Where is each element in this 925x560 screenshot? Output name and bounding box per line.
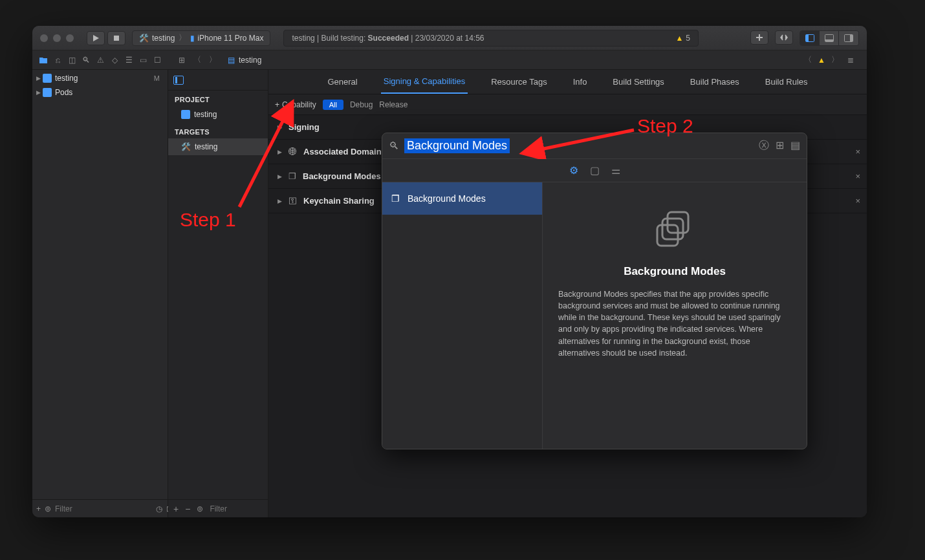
breakpoint-navigator-icon[interactable]: ▭: [137, 54, 149, 66]
issues-indicator[interactable]: ▲ 5: [675, 34, 690, 43]
editor-options-icon[interactable]: ≣: [845, 54, 856, 66]
back-button[interactable]: 〈: [191, 54, 203, 66]
navigator-item-pods[interactable]: ▶ Pods: [32, 85, 168, 100]
svg-rect-11: [662, 219, 683, 239]
library-add-button[interactable]: [750, 30, 768, 45]
scheme-selector[interactable]: 🛠️ testing 〉 ▮ iPhone 11 Pro Max: [132, 30, 270, 46]
jump-bar-file: testing: [239, 56, 261, 65]
tab-general[interactable]: General: [325, 70, 360, 93]
related-items-icon[interactable]: ⊞: [176, 54, 188, 66]
navigator-item-testing[interactable]: ▶ testing M: [32, 71, 168, 85]
config-all[interactable]: All: [323, 100, 343, 110]
gear-icon[interactable]: ⚙︎: [569, 164, 578, 177]
xcodeproj-icon: [43, 88, 52, 97]
toggle-left-panel[interactable]: [800, 31, 820, 45]
tab-info[interactable]: Info: [571, 70, 590, 93]
disclosure-triangle-icon[interactable]: ▶: [278, 149, 282, 155]
navigator-filter: + ⊚ ◷ ⊡: [32, 499, 168, 517]
capability-label: Signing: [288, 122, 320, 132]
rect-icon[interactable]: ▢: [590, 164, 600, 177]
filter-scope-icon[interactable]: ⊚: [45, 504, 51, 513]
filter-scope-icon[interactable]: ⊚: [197, 504, 203, 513]
capability-label: Keychain Sharing: [303, 196, 375, 206]
warning-icon: ▲: [818, 56, 825, 65]
globe-icon: 🌐︎: [288, 147, 297, 156]
tab-build-settings[interactable]: Build Settings: [610, 70, 667, 93]
test-navigator-icon[interactable]: ◇: [109, 54, 120, 66]
debug-navigator-icon[interactable]: ☰: [123, 54, 135, 66]
popover-category-bar: ⚙︎ ▢ ⚌: [382, 159, 807, 182]
stack-large-icon: [652, 207, 697, 252]
capability-library-popover: 🔍︎ Background Modes ⓧ ⊞ ▤ ⚙︎ ▢ ⚌ ❐ Backg…: [382, 133, 807, 449]
close-window[interactable]: [40, 34, 48, 42]
tab-signing-capabilities[interactable]: Signing & Capabilities: [381, 70, 468, 94]
stop-button[interactable]: [107, 31, 125, 45]
source-control-navigator-icon[interactable]: ⎌: [52, 54, 63, 66]
remove-capability-icon[interactable]: ×: [855, 171, 860, 181]
stack-icon: ❐: [391, 193, 400, 204]
plus-icon: +: [275, 100, 279, 109]
find-navigator-icon[interactable]: 🔍︎: [80, 54, 92, 66]
add-capability-button[interactable]: + Capability: [275, 100, 316, 109]
popover-result-background-modes[interactable]: ❐ Background Modes: [382, 182, 542, 215]
add-target-icon[interactable]: +: [173, 504, 179, 514]
disclosure-triangle-icon[interactable]: ▶: [278, 124, 282, 131]
key-icon: ⚿: [288, 196, 297, 206]
remove-capability-icon[interactable]: ×: [855, 147, 860, 156]
clock-icon[interactable]: ◷: [156, 504, 162, 513]
navigator-filter-input[interactable]: [55, 504, 152, 513]
next-issue-icon[interactable]: 〉: [829, 54, 841, 66]
capability-label: Background Modes: [303, 171, 381, 181]
disclosure-triangle-icon[interactable]: ▶: [278, 198, 282, 204]
targets-footer: + − ⊚: [168, 499, 268, 517]
project-file-icon: ▤: [228, 56, 235, 65]
toggle-bottom-panel[interactable]: [820, 31, 839, 45]
clear-search-icon[interactable]: ⓧ: [759, 139, 769, 153]
sliders-icon[interactable]: ⚌: [611, 164, 620, 177]
issue-navigator-icon[interactable]: ⚠︎: [94, 54, 106, 66]
popover-search-bar: 🔍︎ Background Modes ⓧ ⊞ ▤: [382, 133, 807, 159]
popover-search-input[interactable]: Background Modes: [404, 138, 510, 153]
project-navigator-icon[interactable]: [38, 54, 49, 66]
symbol-navigator-icon[interactable]: ◫: [66, 54, 78, 66]
svg-rect-7: [43, 74, 52, 83]
tab-build-rules[interactable]: Build Rules: [763, 70, 811, 93]
disclosure-triangle-icon[interactable]: ▶: [36, 89, 41, 96]
forward-button[interactable]: 〉: [207, 54, 219, 66]
app-icon: 🛠️: [139, 34, 149, 43]
remove-target-icon[interactable]: −: [185, 504, 190, 514]
device-icon: ▮: [190, 34, 195, 43]
warning-count: 5: [686, 34, 690, 43]
popover-detail: Background Modes Background Modes specif…: [543, 182, 807, 449]
list-view-icon[interactable]: ▤: [790, 139, 800, 153]
remove-capability-icon[interactable]: ×: [855, 196, 860, 206]
jump-bar[interactable]: ▤ testing: [223, 56, 792, 65]
disclosure-triangle-icon[interactable]: ▶: [278, 173, 282, 180]
activity-status[interactable]: testing | Build testing: Succeeded | 23/…: [283, 30, 699, 47]
tab-resource-tags[interactable]: Resource Tags: [488, 70, 549, 93]
popover-results-list: ❐ Background Modes: [382, 182, 543, 449]
svg-rect-8: [43, 88, 52, 97]
window-controls: [40, 34, 74, 42]
app-icon: 🛠️: [181, 142, 191, 151]
target-row-label: testing: [195, 142, 217, 151]
toggle-right-panel[interactable]: [839, 31, 858, 45]
add-capability-label: Capability: [282, 100, 316, 109]
project-row[interactable]: testing: [168, 106, 268, 123]
target-row[interactable]: 🛠️ testing: [168, 138, 268, 155]
minimize-window[interactable]: [53, 34, 61, 42]
report-navigator-icon[interactable]: ☐: [151, 54, 163, 66]
targets-panel: PROJECT testing TARGETS 🛠️ testing + − ⊚: [168, 70, 268, 517]
add-icon[interactable]: +: [36, 504, 41, 513]
run-button[interactable]: [87, 31, 105, 45]
config-debug[interactable]: Debug: [350, 100, 373, 109]
config-release[interactable]: Release: [379, 100, 408, 109]
grid-view-icon[interactable]: ⊞: [776, 139, 784, 153]
zoom-window[interactable]: [66, 34, 74, 42]
targets-panel-toggle[interactable]: [168, 70, 268, 91]
disclosure-triangle-icon[interactable]: ▶: [36, 75, 41, 81]
stack-icon: ❐: [288, 171, 296, 181]
prev-issue-icon[interactable]: 〈: [802, 54, 814, 66]
code-review-button[interactable]: [775, 30, 793, 45]
tab-build-phases[interactable]: Build Phases: [688, 70, 742, 93]
